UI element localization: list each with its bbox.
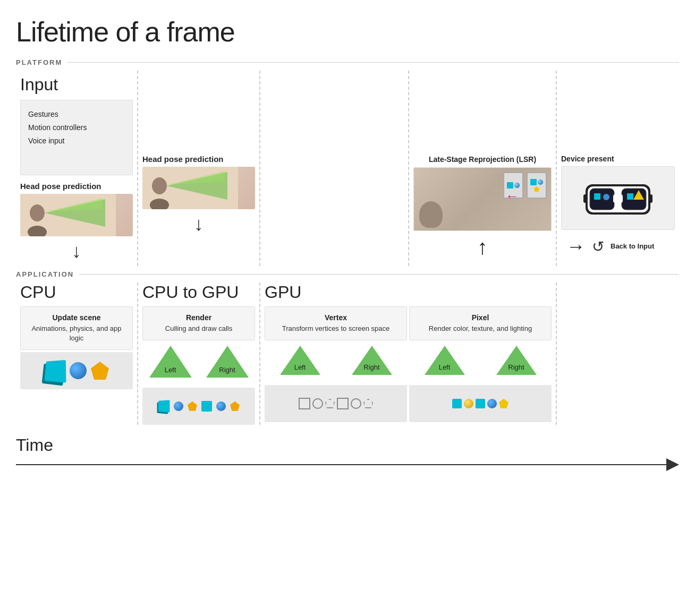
render-triangles: Left Right <box>142 346 255 386</box>
device-box <box>561 166 675 230</box>
time-arrowhead <box>666 458 679 471</box>
platform-col-input: Input Gestures Motion controllers Voice … <box>16 71 138 266</box>
cpu-cube <box>44 360 66 383</box>
pixel-yellow-sphere <box>464 399 473 408</box>
render-left-label: Left <box>165 366 176 374</box>
pixel-teal-cube2 <box>476 399 485 408</box>
cpu-gem <box>91 362 109 380</box>
panel-2 <box>527 172 547 199</box>
vertex-left-label: Left <box>294 363 306 371</box>
head-pose-label-2: Head pose prediction <box>142 155 255 164</box>
app-col-cpu: CPU Update scene Animations, physics, an… <box>16 283 138 425</box>
back-to-input-label: Back to Input <box>611 242 654 251</box>
refresh-icon: ↺ <box>592 238 604 255</box>
pixel-desc: Render color, texture, and lighting <box>416 324 545 333</box>
render-box: Render Culling and draw calls <box>142 306 255 340</box>
input-item-motion: Motion controllers <box>28 121 125 134</box>
arrow-down-2: ↓ <box>142 215 255 234</box>
platform-col-lsr: Late-Stage Reprojection (LSR) <box>409 71 557 266</box>
vertex-wf-sphere1 <box>312 398 323 409</box>
cpu-objects-row <box>20 352 133 389</box>
platform-col-gpu-empty <box>260 71 409 266</box>
render-gem2 <box>230 401 240 411</box>
vertex-wf-gem1 <box>325 399 335 408</box>
vertex-wf-cube1 <box>299 398 310 409</box>
input-item-gestures: Gestures <box>28 108 125 121</box>
vertex-triangles: Left Right <box>265 346 407 383</box>
pixel-objects-row <box>409 385 552 422</box>
input-box: Gestures Motion controllers Voice input <box>20 100 133 175</box>
pink-arrow: ← <box>505 188 519 204</box>
input-item-voice: Voice input <box>28 134 125 148</box>
head-pose-img-2 <box>142 167 255 209</box>
lsr-box: ← <box>413 167 552 231</box>
vertex-wf-gem2 <box>363 399 373 408</box>
pixel-blue-sphere <box>487 399 497 408</box>
update-scene-desc: Animations, physics, and app logic <box>27 324 126 343</box>
svg-point-7 <box>152 177 167 194</box>
svg-rect-21 <box>648 194 652 203</box>
head-pose-svg-1 <box>20 194 116 236</box>
vr-goggles-svg <box>583 174 652 222</box>
pixel-box: Pixel Render color, texture, and lightin… <box>409 306 552 340</box>
gpu-inner: Vertex Transform vertices to screen spac… <box>260 306 556 422</box>
pixel-right-label: Right <box>508 363 524 371</box>
device-title: Device present <box>561 155 675 163</box>
update-scene-box: Update scene Animations, physics, and ap… <box>20 306 133 350</box>
svg-rect-19 <box>613 194 623 203</box>
time-label: Time <box>16 435 679 455</box>
vertex-objects-row <box>265 385 407 422</box>
pixel-yellow-gem <box>499 399 508 408</box>
head-pose-label-1: Head pose prediction <box>20 182 133 191</box>
render-teal-cube <box>201 401 212 412</box>
svg-rect-17 <box>627 193 633 200</box>
render-desc: Culling and draw calls <box>149 324 248 333</box>
cpu-sphere <box>70 362 87 379</box>
platform-section-label: PLATFORM <box>16 58 679 66</box>
vertex-desc: Transform vertices to screen space <box>272 324 400 333</box>
svg-point-2 <box>30 204 45 221</box>
render-cube <box>158 400 169 413</box>
cpu-title: CPU <box>20 283 133 302</box>
render-sphere2 <box>216 401 226 411</box>
arrow-up-lsr: ↑ <box>413 235 552 259</box>
svg-point-16 <box>603 194 609 200</box>
render-title: Render <box>149 313 248 322</box>
vertex-box: Vertex Transform vertices to screen spac… <box>265 306 407 340</box>
app-col-gpu: GPU Vertex Transform vertices to screen … <box>260 283 557 425</box>
head-pose-svg-2 <box>142 167 238 209</box>
time-arrow-row <box>16 458 679 471</box>
arrow-down-1: ↓ <box>20 242 133 261</box>
time-line <box>16 464 666 465</box>
lsr-title: Late-Stage Reprojection (LSR) <box>413 155 552 164</box>
page-title: Lifetime of a frame <box>16 16 679 48</box>
render-sphere <box>174 401 183 411</box>
pixel-left-label: Left <box>439 363 451 371</box>
application-section-label: APPLICATION <box>16 270 679 278</box>
gpu-vertex-col: Vertex Transform vertices to screen spac… <box>265 306 407 422</box>
back-to-input-row: → ↺ Back to Input <box>561 235 675 258</box>
vertex-right-label: Right <box>363 363 379 371</box>
gpu-pixel-col: Pixel Render color, texture, and lightin… <box>409 306 552 422</box>
lsr-inner: ← <box>414 168 551 230</box>
pixel-triangles: Left Right <box>409 346 552 383</box>
svg-rect-20 <box>583 194 588 203</box>
application-row: CPU Update scene Animations, physics, an… <box>16 283 679 425</box>
vertex-wf-sphere2 <box>351 398 361 409</box>
vertex-wf-cube2 <box>337 398 349 409</box>
platform-col-headpose2: Head pose prediction ↓ <box>138 71 260 266</box>
render-gem <box>188 401 197 411</box>
app-col-cpu-gpu: CPU to GPU Render Culling and draw calls… <box>138 283 260 425</box>
svg-rect-14 <box>594 193 600 200</box>
app-col-empty <box>557 283 679 425</box>
cpu-to-gpu-title: CPU to GPU <box>142 283 255 302</box>
pixel-title: Pixel <box>416 313 545 322</box>
arrow-right-icon: → <box>566 235 586 258</box>
update-scene-title: Update scene <box>27 313 126 322</box>
vertex-title: Vertex <box>272 313 400 322</box>
head-pose-img-1 <box>20 194 133 236</box>
gpu-title: GPU <box>265 283 552 302</box>
time-section: Time <box>16 435 679 476</box>
pixel-teal-cube1 <box>452 399 462 408</box>
svg-rect-12 <box>590 189 614 210</box>
